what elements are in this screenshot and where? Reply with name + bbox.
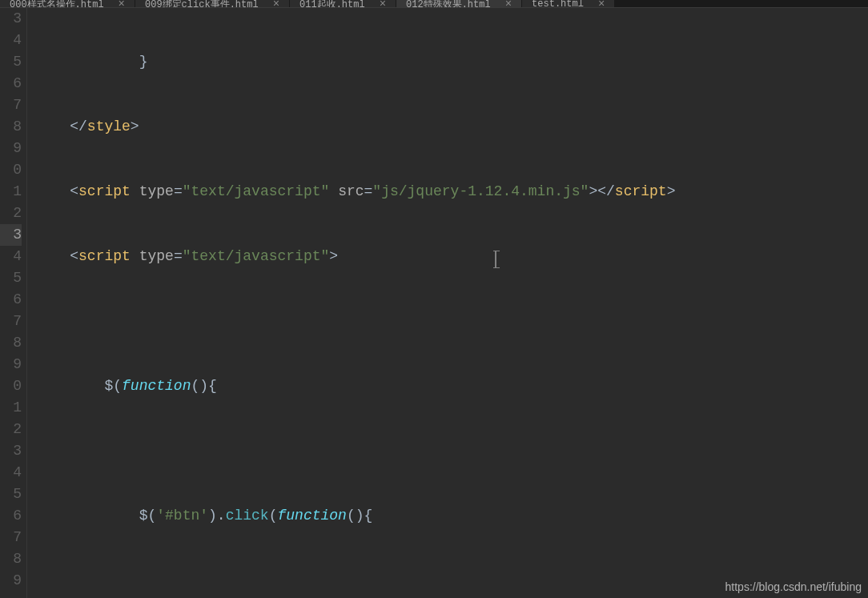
line-number: 2	[0, 419, 22, 440]
close-icon[interactable]: ×	[119, 0, 125, 8]
tab-label: 012特殊效果.html	[406, 0, 491, 8]
line-number: 6	[0, 73, 22, 94]
close-icon[interactable]: ×	[273, 0, 279, 8]
line-number: 9	[0, 354, 22, 375]
tab-2[interactable]: 011起收.html×	[290, 0, 396, 8]
line-number: 8	[0, 332, 22, 354]
watermark: https://blog.csdn.net/ifubing	[725, 580, 862, 593]
line-number: 6	[0, 289, 22, 311]
tab-3[interactable]: 012特殊效果.html×	[396, 0, 522, 8]
close-icon[interactable]: ×	[380, 0, 386, 8]
code-area[interactable]: } </style> <script type="text/javascript…	[27, 8, 868, 598]
code-line: <script type="text/javascript" src="js/j…	[35, 181, 868, 203]
line-number: 8	[0, 116, 22, 138]
line-number: 0	[0, 159, 22, 181]
line-number: 3	[0, 440, 22, 462]
line-number: 5	[0, 51, 22, 73]
line-number: 5	[0, 484, 22, 505]
tab-label: test.html	[532, 0, 584, 8]
line-number: 4	[0, 462, 22, 484]
line-number: 2	[0, 203, 22, 224]
code-line	[35, 311, 868, 332]
line-number: 5	[0, 267, 22, 289]
code-line: <script type="text/javascript">	[35, 246, 868, 267]
line-number: 9	[0, 570, 22, 592]
tab-bar: 000样式名操作.html× 009绑定click事件.html× 011起收.…	[0, 0, 868, 8]
line-number: 3	[0, 8, 22, 30]
code-line: }	[35, 51, 868, 73]
line-number: 8	[0, 548, 22, 570]
line-number: 1	[0, 397, 22, 419]
line-number: 7	[0, 311, 22, 332]
line-number: 3	[0, 224, 22, 246]
code-line: $('#btn').click(function(){	[35, 505, 868, 527]
code-line	[35, 440, 868, 462]
line-number-gutter: 345678901234567890123456789	[0, 8, 27, 598]
tab-label: 009绑定click事件.html	[145, 0, 259, 8]
line-number: 0	[0, 375, 22, 397]
tab-1[interactable]: 009绑定click事件.html×	[135, 0, 290, 8]
line-number: 1	[0, 181, 22, 203]
code-line: </style>	[35, 116, 868, 138]
line-number: 4	[0, 30, 22, 51]
line-number: 4	[0, 246, 22, 267]
close-icon[interactable]: ×	[598, 0, 605, 8]
line-number: 7	[0, 527, 22, 548]
mouse-text-cursor-icon	[495, 251, 496, 268]
line-number: 6	[0, 505, 22, 527]
line-number: 7	[0, 94, 22, 116]
tab-4[interactable]: test.html×	[522, 0, 615, 8]
close-icon[interactable]: ×	[505, 0, 512, 8]
code-line: $(function(){	[35, 375, 868, 397]
line-number: 9	[0, 138, 22, 159]
tab-label: 000样式名操作.html	[10, 0, 104, 8]
tab-0[interactable]: 000样式名操作.html×	[0, 0, 135, 8]
tab-label: 011起收.html	[299, 0, 365, 8]
editor: 345678901234567890123456789 } </style> <…	[0, 8, 868, 598]
